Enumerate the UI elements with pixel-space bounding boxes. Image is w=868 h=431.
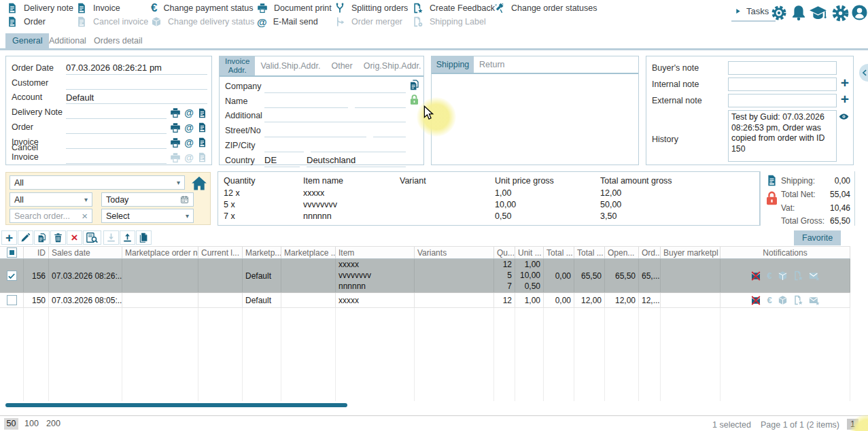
toolbar-order-merger[interactable]: Order merger <box>334 15 402 29</box>
import-button[interactable] <box>103 230 119 245</box>
tag-select[interactable]: Select▾ <box>101 209 194 223</box>
col-buyer-marketplace[interactable]: Buyer marketpl <box>661 247 721 258</box>
search-input[interactable]: Search order... <box>14 211 70 221</box>
email-order-icon[interactable]: @ <box>184 123 194 133</box>
page-size-50[interactable]: 50 <box>4 418 18 430</box>
tasks-button[interactable]: Tasks <box>731 5 776 22</box>
add-internal-note-icon[interactable]: + <box>841 77 849 89</box>
toolbar-document-print[interactable]: Document print <box>257 1 332 15</box>
col-marketplace2[interactable]: Marketplace ... <box>281 247 336 258</box>
tab-other-addr[interactable]: Other <box>326 56 358 75</box>
toolbar-change-delivery-status[interactable]: Change delivery status <box>151 15 254 29</box>
feedback-mail-icon[interactable] <box>809 271 820 281</box>
street-input[interactable] <box>264 124 366 137</box>
account-input[interactable] <box>66 91 207 103</box>
eye-icon[interactable] <box>838 111 850 122</box>
feedback-mail-icon[interactable] <box>809 295 820 306</box>
row-checkbox-checked[interactable] <box>7 271 17 281</box>
cancel-order-button[interactable]: × <box>67 230 82 245</box>
col-marketplace[interactable]: Marketp... <box>243 247 281 258</box>
search-details-button[interactable] <box>83 230 101 245</box>
shipping-package-icon[interactable] <box>778 295 788 305</box>
invoice-number-input[interactable] <box>66 136 167 148</box>
order-date-input[interactable] <box>66 62 207 74</box>
horizontal-scrollbar[interactable] <box>5 403 347 407</box>
delivery-note-input[interactable] <box>66 106 167 118</box>
feedback-document-icon[interactable] <box>793 295 803 305</box>
order-number-input[interactable] <box>66 121 167 133</box>
toolbar-delivery-note[interactable]: Delivery note <box>7 1 73 15</box>
col-sales-date[interactable]: Sales date <box>49 247 122 258</box>
toolbar-create-feedback[interactable]: Create Feedback <box>413 1 495 15</box>
invoice-document-icon[interactable] <box>197 137 207 148</box>
payment-euro-icon[interactable]: € <box>767 271 771 281</box>
col-total1[interactable]: Total ... <box>544 247 574 258</box>
print-delivery-note-icon[interactable] <box>170 107 181 118</box>
edit-order-button[interactable] <box>18 230 33 245</box>
table-row[interactable]: 150 07.03.2026 08:05:... Default xxxxx 1… <box>0 293 850 308</box>
col-open[interactable]: Open... <box>605 247 639 258</box>
city-input[interactable] <box>311 139 406 152</box>
tab-orders-detail[interactable]: Orders detail <box>87 33 150 48</box>
select-all-checkbox[interactable] <box>0 247 24 258</box>
shipping-package-icon[interactable] <box>778 271 788 281</box>
settings-gear-icon[interactable] <box>831 4 850 22</box>
toolbar-order[interactable]: Order <box>7 15 46 29</box>
toolbar-splitting-orders[interactable]: Splitting orders <box>334 1 408 15</box>
email-delivery-note-icon[interactable]: @ <box>184 108 194 118</box>
add-order-button[interactable]: + <box>1 230 17 245</box>
tab-orig-ship-addr[interactable]: Orig.Ship.Addr. <box>358 56 427 75</box>
toolbar-change-payment-status[interactable]: €Change payment status <box>151 1 254 15</box>
mail-blocked-icon[interactable] <box>750 271 761 281</box>
brightness-icon[interactable] <box>770 4 788 22</box>
house-no-input[interactable] <box>373 124 406 137</box>
home-icon[interactable] <box>191 175 207 192</box>
last-name-input[interactable] <box>355 95 406 107</box>
page-size-100[interactable]: 100 <box>24 419 39 428</box>
col-notifications[interactable]: Notifications <box>721 247 850 258</box>
zip-input[interactable] <box>264 139 304 152</box>
status-filter-select[interactable]: All▾ <box>10 175 185 190</box>
company-input[interactable] <box>264 80 406 92</box>
collapse-panel-handle[interactable] <box>859 64 868 82</box>
toolbar-email-send[interactable]: @E-Mail send <box>257 15 318 29</box>
payment-euro-icon[interactable]: € <box>767 295 771 305</box>
internal-note-input[interactable] <box>729 78 836 90</box>
feedback-document-icon[interactable] <box>793 271 803 281</box>
user-avatar-icon[interactable] <box>851 4 868 21</box>
first-name-input[interactable] <box>264 95 348 107</box>
tab-favorite[interactable]: Favorite <box>794 230 841 245</box>
search-order-box[interactable]: Search order...× <box>10 209 92 223</box>
tab-invoice-addr[interactable]: Invoice Addr. <box>220 56 255 75</box>
col-id[interactable]: ID <box>24 247 49 258</box>
row-checkbox[interactable] <box>7 295 17 305</box>
notifications-bell-icon[interactable] <box>791 4 807 21</box>
mail-blocked-icon[interactable] <box>750 295 761 306</box>
toolbar-change-order-statuses[interactable]: Change order statuses <box>494 1 597 15</box>
tab-return[interactable]: Return <box>474 56 510 73</box>
col-current[interactable]: Current l... <box>198 247 243 258</box>
delete-order-button[interactable] <box>50 230 66 245</box>
unlock-icon[interactable] <box>409 94 420 105</box>
tab-valid-ship-addr[interactable]: Valid.Ship.Addr. <box>255 56 326 75</box>
delivery-note-document-icon[interactable] <box>197 108 207 118</box>
copy-list-button[interactable] <box>136 230 152 245</box>
tab-additional[interactable]: Additional <box>42 33 93 48</box>
tab-shipping[interactable]: Shipping <box>432 56 474 73</box>
current-page-button[interactable]: 1 <box>847 419 858 430</box>
export-button[interactable] <box>120 230 135 245</box>
col-item[interactable]: Item <box>336 247 415 258</box>
col-marketplace-order[interactable]: Marketplace order n... <box>122 247 198 258</box>
academy-cap-icon[interactable] <box>809 4 827 22</box>
copy-order-button[interactable] <box>34 230 50 245</box>
type-filter-select[interactable]: All▾ <box>10 192 92 207</box>
copy-address-icon[interactable] <box>409 79 420 90</box>
additional-input[interactable] <box>264 109 406 122</box>
table-row[interactable]: 156 07.03.2026 08:26:... Default xxxxxvv… <box>0 259 850 293</box>
col-ord[interactable]: Ord... <box>639 247 661 258</box>
col-quantity[interactable]: Qu... <box>494 247 515 258</box>
toolbar-invoice[interactable]: Invoice <box>76 1 120 15</box>
email-invoice-icon[interactable]: @ <box>184 138 194 148</box>
col-variants[interactable]: Variants <box>415 247 494 258</box>
date-filter-select[interactable]: Today <box>101 192 194 207</box>
